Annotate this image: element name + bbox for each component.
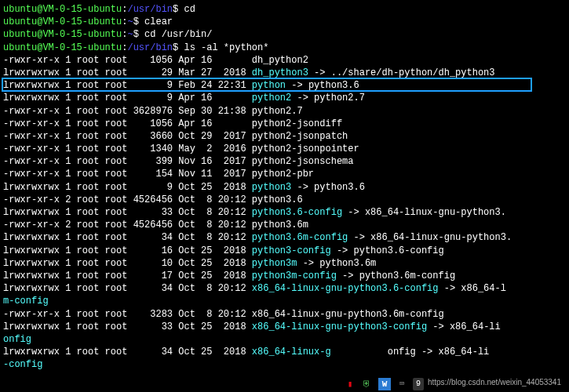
mcafee-icon: ▮ [344, 378, 356, 390]
ls-row: -rwxr-xr-x 1 root root 1340 May 2 2016 p… [3, 143, 566, 155]
ls-row: lrwxrwxrwx 1 root root 16 Oct 25 2018 py… [3, 245, 566, 257]
terminal-output[interactable]: ubuntu@VM-0-15-ubuntu:/usr/bin$ cdubuntu… [3, 3, 566, 371]
tray-badge: 9 [413, 378, 424, 390]
ls-row: lrwxrwxrwx 1 root root 9 Oct 25 2018 pyt… [3, 181, 566, 194]
ls-row: lrwxrwxrwx 1 root root 29 Mar 27 2018 dh… [3, 67, 566, 79]
prompt-line: ubuntu@VM-0-15-ubuntu:~$ clear [3, 16, 566, 28]
prompt-line: ubuntu@VM-0-15-ubuntu:/usr/bin$ cd [3, 3, 566, 16]
ls-row: -rwxr-xr-x 2 root root 4526456 Oct 8 20:… [3, 194, 566, 206]
word-icon: W [378, 378, 391, 390]
ls-row: lrwxrwxrwx 1 root root 34 Oct 8 20:12 x8… [3, 282, 566, 295]
ls-row: lrwxrwxrwx 1 root root 9 Apr 16 python2 … [3, 92, 566, 104]
ls-row: -rwxr-xr-x 1 root root 1056 Apr 16 dh_py… [3, 54, 566, 67]
ls-row: lrwxrwxrwx 1 root root 17 Oct 25 2018 py… [3, 270, 566, 282]
ls-row: -rwxr-xr-x 1 root root 3660 Oct 29 2017 … [3, 130, 566, 143]
ls-row: lrwxrwxrwx 1 root root 33 Oct 8 20:12 py… [3, 206, 566, 219]
ls-row: -rwxr-xr-x 1 root root 3628976 Sep 30 21… [3, 105, 566, 118]
keyboard-icon: ⌨ [396, 378, 408, 390]
ls-wrap: onfig [3, 333, 566, 346]
ls-wrap: m-config [3, 295, 566, 307]
ls-row: -rwxr-xr-x 1 root root 1056 Apr 16 pytho… [3, 118, 566, 130]
ls-row: lrwxrwxrwx 1 root root 34 Oct 25 2018 x8… [3, 346, 566, 358]
ls-row: -rwxr-xr-x 1 root root 399 Nov 16 2017 p… [3, 155, 566, 168]
ls-row: -rwxr-xr-x 1 root root 3283 Oct 8 20:12 … [3, 308, 566, 321]
system-tray: ▮ ⛨ W ⌨ 9 [344, 378, 424, 390]
ls-row: lrwxrwxrwx 1 root root 34 Oct 8 20:12 py… [3, 231, 566, 244]
ls-row: -rwxr-xr-x 1 root root 154 Nov 11 2017 p… [3, 168, 566, 180]
watermark-text: https://blog.csdn.net/weixin_44053341 [428, 377, 561, 388]
ls-row: -rwxr-xr-x 2 root root 4526456 Oct 8 20:… [3, 219, 566, 231]
ls-row: lrwxrwxrwx 1 root root 9 Feb 24 22:31 py… [3, 79, 566, 92]
prompt-line: ubuntu@VM-0-15-ubuntu:/usr/bin$ ls -al *… [3, 42, 566, 54]
prompt-line: ubuntu@VM-0-15-ubuntu:~$ cd /usr/bin/ [3, 28, 566, 41]
ls-row: lrwxrwxrwx 1 root root 33 Oct 25 2018 x8… [3, 321, 566, 333]
ls-wrap: -config [3, 358, 566, 371]
ls-row: lrwxrwxrwx 1 root root 10 Oct 25 2018 py… [3, 257, 566, 270]
defender-icon: ⛨ [361, 378, 374, 390]
